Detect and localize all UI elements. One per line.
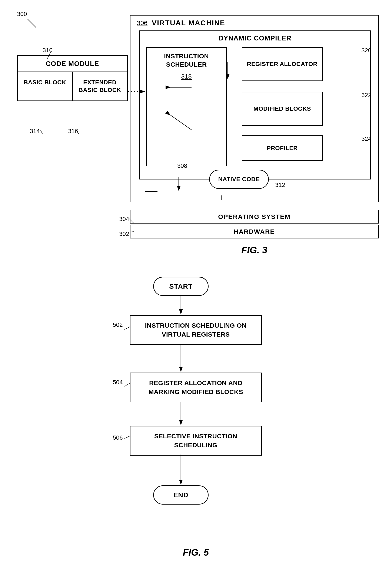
vm-title: VIRTUAL MACHINE [152,19,225,27]
profiler-box: PROFILER [242,135,323,161]
code-module-box: CODE MODULE BASIC BLOCK EXTENDED BASIC B… [17,55,128,101]
fig3-caption: FIG. 3 [130,245,379,256]
svg-line-20 [125,327,130,329]
ref-308: 308 [177,162,187,169]
dynamic-compiler-box: DYNAMIC COMPILER INSTRUCTION SCHEDULER 3… [139,30,371,180]
end-label: END [173,491,189,499]
code-module-title: CODE MODULE [18,56,127,72]
ref-314: 314 [30,128,40,135]
fc-box-1: INSTRUCTION SCHEDULING ON VIRTUAL REGIST… [130,315,262,345]
instruction-scheduler-num: 318 [147,73,226,82]
ref-310: 310 [42,47,53,54]
ref-322: 322 [361,92,371,99]
instruction-scheduler-box: INSTRUCTION SCHEDULER 318 [146,47,227,166]
fc-start-oval: START [153,277,209,296]
ref-302: 302 [119,230,129,237]
instruction-scheduler-title: INSTRUCTION SCHEDULER [147,48,226,73]
start-label: START [169,283,192,290]
code-module-blocks: BASIC BLOCK EXTENDED BASIC BLOCK [18,72,127,100]
ref-506-fc: 506 [113,434,123,441]
fc-box-3-text: SELECTIVE INSTRUCTION SCHEDULING [135,432,257,450]
ref-320: 320 [361,47,371,54]
modified-blocks-box: MODIFIED BLOCKS [242,92,323,126]
extended-basic-block: EXTENDED BASIC BLOCK [73,72,127,100]
ref-324: 324 [361,135,371,142]
fc-box-1-text: INSTRUCTION SCHEDULING ON VIRTUAL REGIST… [135,321,257,339]
modified-blocks-title: MODIFIED BLOCKS [253,105,311,113]
basic-block: BASIC BLOCK [18,72,73,100]
fig5-container: START INSTRUCTION SCHEDULING ON VIRTUAL … [9,272,383,554]
operating-system-title: OPERATING SYSTEM [218,213,291,220]
profiler-title: PROFILER [267,145,298,152]
hardware-title: HARDWARE [234,228,275,235]
native-code-oval: NATIVE CODE [209,170,269,189]
fc-box-3: SELECTIVE INSTRUCTION SCHEDULING [130,426,262,455]
svg-line-10 [41,130,42,134]
svg-line-22 [125,436,130,439]
fc-box-2-text: REGISTER ALLOCATION AND MARKING MODIFIED… [135,379,257,397]
svg-line-2 [28,19,36,28]
page: 300 310 CODE MODULE BASIC BLOCK EXTENDED… [0,0,392,568]
vm-title-row: 306 VIRTUAL MACHINE [130,15,378,30]
ref-316: 316 [68,128,78,135]
fig5-caption: FIG. 5 [9,547,383,558]
native-code-title: NATIVE CODE [218,176,260,183]
dynamic-compiler-title: DYNAMIC COMPILER [140,31,370,45]
svg-line-21 [125,383,130,386]
fc-end-oval: END [153,485,209,505]
ref-312: 312 [275,182,285,188]
fig3-container: 300 310 CODE MODULE BASIC BLOCK EXTENDED… [9,9,383,243]
operating-system-bar: OPERATING SYSTEM [130,210,379,224]
vm-outer-box: 306 VIRTUAL MACHINE DYNAMIC COMPILER INS… [130,15,379,202]
ref-504-fc: 504 [113,379,123,386]
register-allocator-title: REGISTER ALLOCATOR [247,60,318,68]
ref-300: 300 [17,11,27,17]
ref-502-fc: 502 [113,322,123,328]
vm-number: 306 [137,19,147,27]
ref-304: 304 [119,216,129,223]
hardware-bar: HARDWARE [130,225,379,239]
fc-box-2: REGISTER ALLOCATION AND MARKING MODIFIED… [130,372,262,402]
register-allocator-box: REGISTER ALLOCATOR [242,47,323,81]
